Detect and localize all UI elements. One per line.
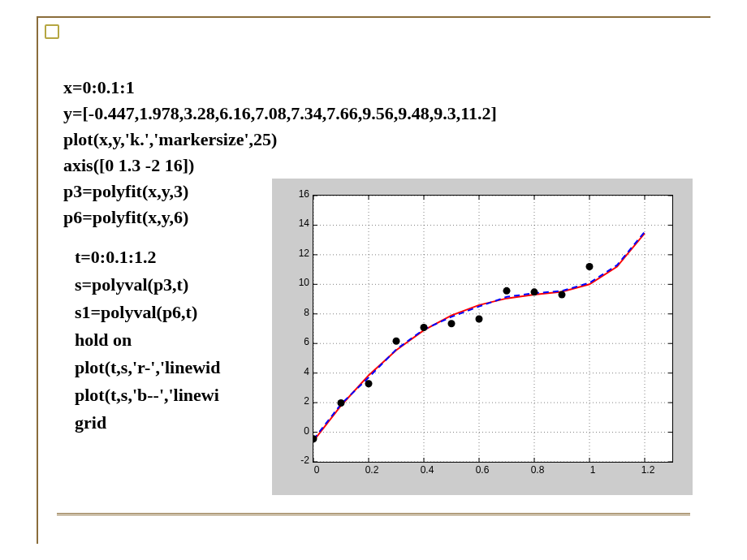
svg-point-54 [393, 338, 400, 345]
code-line: x=0:0.1:1 [63, 75, 497, 101]
x-tick-label: 0 [304, 464, 329, 476]
code-line: t=0:0.1:1.2 [75, 243, 220, 271]
x-tick-label: 1.2 [636, 464, 660, 476]
y-tick-label: 16 [291, 188, 309, 200]
y-tick-label: 2 [291, 395, 309, 407]
x-tick-label: 0.2 [360, 464, 384, 476]
svg-point-57 [476, 315, 483, 322]
code-line: hold on [75, 326, 220, 354]
x-tick-label: 0.8 [525, 464, 550, 476]
chart-svg [313, 196, 672, 462]
y-tick-label: 6 [291, 336, 309, 347]
chart-panel: 00.20.40.60.811.2-20246810121416 [272, 179, 693, 495]
code-line: s=polyval(p3,t) [75, 271, 220, 299]
code-line: plot(t,s,'r-','linewid [75, 354, 220, 381]
y-tick-label: -2 [291, 454, 309, 466]
bottom-rule [57, 513, 690, 515]
code-line: axis([0 1.3 -2 16]) [63, 153, 497, 179]
y-tick-label: 10 [291, 277, 309, 288]
code-line: plot(t,s,'b--','linewi [75, 381, 220, 409]
x-tick-label: 0.6 [470, 464, 494, 476]
y-tick-label: 0 [291, 425, 309, 437]
x-tick-label: 1 [581, 464, 605, 476]
code-line: grid [75, 409, 220, 437]
svg-point-59 [531, 288, 538, 295]
svg-point-60 [559, 291, 566, 299]
code-block-2: t=0:0.1:1.2 s=polyval(p3,t) s1=polyval(p… [75, 243, 220, 437]
y-tick-label: 4 [291, 366, 309, 377]
plot-area [313, 195, 673, 463]
corner-decoration-icon [45, 24, 59, 39]
svg-point-58 [503, 287, 511, 295]
y-tick-label: 12 [291, 248, 309, 259]
code-line: plot(x,y,'k.','markersize',25) [63, 127, 497, 153]
svg-point-52 [338, 399, 345, 407]
svg-point-61 [586, 263, 594, 270]
svg-point-55 [421, 324, 428, 331]
y-tick-label: 14 [291, 218, 309, 229]
svg-point-56 [448, 320, 456, 327]
code-line: s1=polyval(p6,t) [75, 299, 220, 326]
svg-point-53 [365, 380, 373, 387]
code-line: y=[-0.447,1.978,3.28,6.16,7.08,7.34,7.66… [63, 101, 497, 127]
y-tick-label: 8 [291, 307, 309, 318]
x-tick-label: 0.4 [415, 464, 439, 476]
